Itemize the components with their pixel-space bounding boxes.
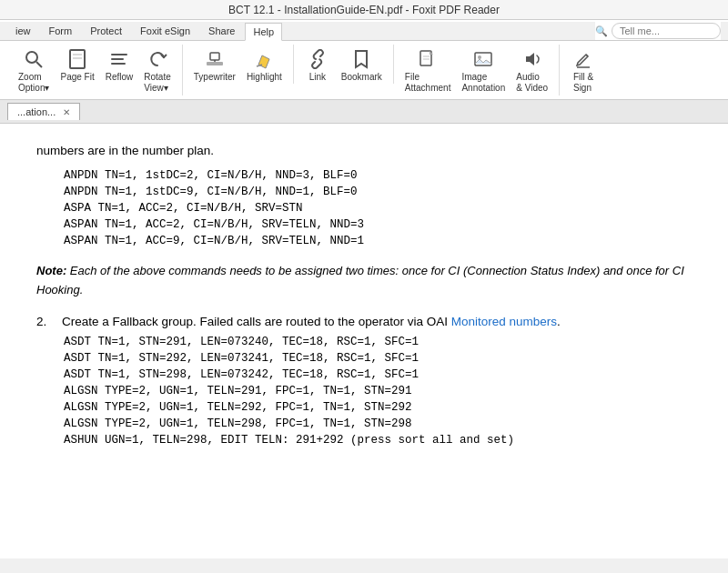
typewriter-icon bbox=[202, 46, 228, 72]
file-attachment-icon bbox=[415, 46, 440, 72]
audio-video-button[interactable]: Audio& Video bbox=[512, 45, 551, 96]
code-line-1-1: ANPDN TN=1, 1stDC=2, CI=N/B/H, NND=3, BL… bbox=[64, 169, 692, 182]
code-line-2-5: ALGSN TYPE=2, UGN=1, TELN=292, FPC=1, TN… bbox=[64, 401, 692, 414]
fill-sign-icon bbox=[571, 46, 596, 72]
note-text: Each of the above commands needs to be a… bbox=[36, 264, 684, 297]
image-annotation-icon bbox=[470, 46, 496, 72]
ribbon-tab-foxitsign[interactable]: Foxit eSign bbox=[132, 22, 198, 40]
content-area: numbers are in the number plan. ANPDN TN… bbox=[0, 124, 728, 558]
code-line-2-6: ALGSN TYPE=2, UGN=1, TELN=298, FPC=1, TN… bbox=[64, 417, 692, 430]
svg-line-1 bbox=[36, 62, 42, 67]
tab-label: ...ation... bbox=[17, 106, 56, 117]
rotate-icon bbox=[145, 46, 170, 72]
code-line-2-2: ASDT TN=1, STN=292, LEN=073241, TEC=18, … bbox=[64, 352, 692, 365]
svg-point-0 bbox=[26, 52, 37, 63]
monitored-numbers-link[interactable]: Monitored numbers bbox=[451, 315, 557, 328]
svg-rect-2 bbox=[70, 50, 85, 68]
tab-bar: ...ation... ✕ bbox=[0, 100, 728, 124]
bookmark-icon bbox=[349, 46, 374, 72]
item-2-text-before: Create a Fallback group. Failed calls ar… bbox=[62, 315, 451, 328]
file-attachment-button[interactable]: FileAttachment bbox=[401, 45, 455, 96]
intro-text: numbers are in the number plan. bbox=[36, 144, 214, 157]
code-line-1-2: ANPDN TN=1, 1stDC=9, CI=N/B/H, NND=1, BL… bbox=[64, 186, 692, 198]
title-bar: BCT 12.1 - InstallationGuide-EN.pdf - Fo… bbox=[0, 0, 728, 20]
code-line-2-3: ASDT TN=1, STN=298, LEN=073242, TEC=18, … bbox=[64, 368, 692, 381]
bookmark-button[interactable]: Bookmark bbox=[338, 45, 386, 84]
numbered-item-2: 2. Create a Fallback group. Failed calls… bbox=[36, 315, 692, 328]
code-line-1-3: ASPA TN=1, ACC=2, CI=N/B/H, SRV=STN bbox=[64, 202, 692, 215]
ribbon-group-sign: Fill &Sign bbox=[560, 45, 607, 96]
ribbon-tab-form[interactable]: Form bbox=[41, 22, 81, 40]
ribbon-group-media: FileAttachment ImageAnnotation Audio& Vi… bbox=[394, 45, 560, 96]
code-line-1-5: ASPAN TN=1, ACC=9, CI=N/B/H, SRV=TELN, N… bbox=[64, 235, 692, 247]
title-text: BCT 12.1 - InstallationGuide-EN.pdf - Fo… bbox=[228, 4, 500, 16]
item-number: 2. bbox=[36, 315, 55, 328]
highlight-button[interactable]: Highlight bbox=[243, 45, 286, 84]
ribbon-tabs: iew Form Protect Foxit eSign Share Help … bbox=[0, 22, 728, 41]
item-2-text: Create a Fallback group. Failed calls ar… bbox=[62, 315, 561, 328]
typewriter-button[interactable]: Typewriter bbox=[190, 45, 239, 84]
code-line-2-4: ALGSN TYPE=2, UGN=1, TELN=291, FPC=1, TN… bbox=[64, 385, 692, 397]
page-fit-button[interactable]: Page Fit bbox=[56, 45, 97, 84]
search-input[interactable] bbox=[612, 23, 721, 39]
code-block-1: ANPDN TN=1, 1stDC=2, CI=N/B/H, NND=3, BL… bbox=[64, 169, 692, 247]
code-block-2: ASDT TN=1, STN=291, LEN=073240, TEC=18, … bbox=[64, 336, 692, 447]
highlight-icon bbox=[251, 46, 277, 72]
code-line-1-4: ASPAN TN=1, ACC=2, CI=N/B/H, SRV=TELN, N… bbox=[64, 218, 692, 231]
svg-rect-5 bbox=[207, 62, 223, 65]
search-bar: 🔍 bbox=[595, 22, 721, 40]
ribbon-group-annotate: Typewriter Highlight bbox=[183, 45, 294, 84]
link-button[interactable]: Link bbox=[301, 45, 334, 84]
zoom-option-button[interactable]: ZoomOption▾ bbox=[15, 45, 53, 96]
reflow-button[interactable]: Reflow bbox=[102, 45, 137, 84]
ribbon-tab-help[interactable]: Help bbox=[245, 23, 282, 41]
svg-rect-6 bbox=[210, 53, 219, 60]
intro-paragraph: numbers are in the number plan. bbox=[36, 142, 692, 160]
item-2-text-end: . bbox=[557, 315, 561, 328]
reflow-icon bbox=[106, 46, 132, 72]
ribbon: iew Form Protect Foxit eSign Share Help … bbox=[0, 20, 728, 100]
code-line-2-1: ASDT TN=1, STN=291, LEN=073240, TEC=18, … bbox=[64, 336, 692, 348]
audio-video-icon bbox=[520, 46, 545, 72]
ribbon-group-view: ZoomOption▾ Page Fit Reflow RotateView▾ bbox=[7, 45, 183, 96]
rotate-view-button[interactable]: RotateView▾ bbox=[140, 45, 174, 96]
document-tab[interactable]: ...ation... ✕ bbox=[7, 103, 80, 120]
ribbon-tab-share[interactable]: Share bbox=[200, 22, 243, 40]
note-block: Note: Each of the above commands needs t… bbox=[36, 262, 692, 300]
page-fit-icon bbox=[65, 46, 90, 72]
ribbon-tab-view[interactable]: iew bbox=[7, 22, 39, 40]
ribbon-toolbar: ZoomOption▾ Page Fit Reflow RotateView▾ bbox=[0, 41, 728, 99]
ribbon-group-link: Link Bookmark bbox=[294, 45, 394, 84]
tab-close-button[interactable]: ✕ bbox=[63, 107, 70, 117]
note-label: Note: bbox=[36, 264, 66, 277]
code-line-2-7: ASHUN UGN=1, TELN=298, EDIT TELN: 291+29… bbox=[64, 434, 692, 447]
ribbon-tab-protect[interactable]: Protect bbox=[82, 22, 130, 40]
zoom-icon bbox=[21, 46, 46, 72]
image-annotation-button[interactable]: ImageAnnotation bbox=[458, 45, 509, 96]
fill-sign-button[interactable]: Fill &Sign bbox=[567, 45, 600, 96]
link-icon bbox=[305, 46, 330, 72]
